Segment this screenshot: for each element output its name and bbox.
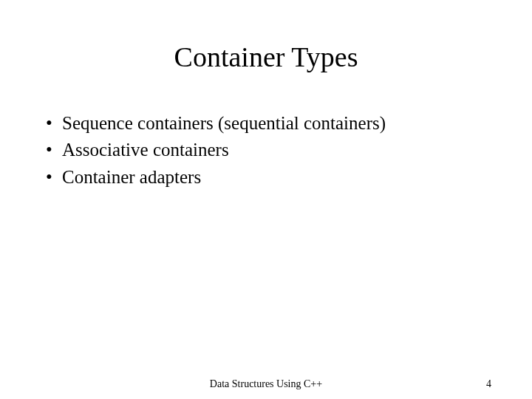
list-item: Associative containers (46, 137, 495, 163)
slide: Container Types Sequence containers (seq… (0, 0, 532, 399)
footer-text: Data Structures Using C++ (210, 378, 322, 390)
list-item: Container adapters (46, 164, 495, 191)
page-number: 4 (486, 378, 491, 390)
list-item: Sequence containers (sequential containe… (46, 110, 495, 137)
bullet-list: Sequence containers (sequential containe… (37, 110, 495, 191)
slide-title: Container Types (37, 41, 495, 73)
